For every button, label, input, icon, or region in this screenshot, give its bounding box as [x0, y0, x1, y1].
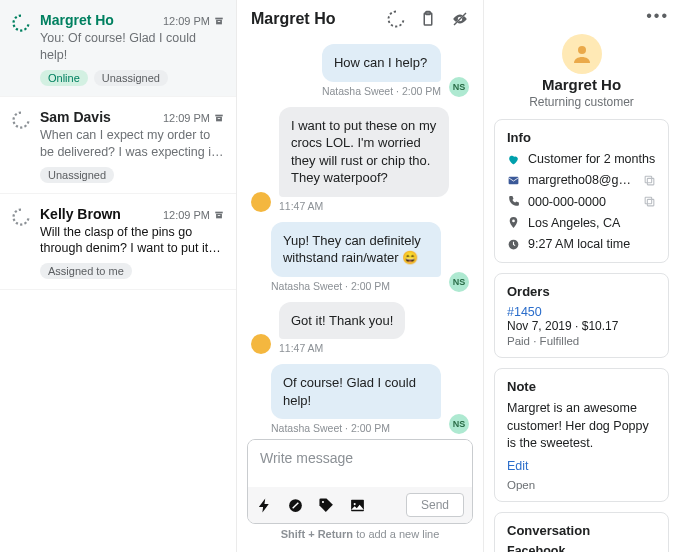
info-title: Info — [507, 130, 656, 145]
avatar — [562, 34, 602, 74]
tag: Unassigned — [40, 167, 114, 183]
message: NS How can I help? Natasha Sweet · 2:00 … — [251, 44, 469, 97]
agent-avatar: NS — [449, 414, 469, 434]
chat-panel: Margret Ho NS How can I help? Natasha Sw… — [237, 0, 484, 552]
discount-icon[interactable] — [287, 497, 304, 514]
svg-rect-2 — [218, 21, 221, 22]
customer-subtitle: Returning customer — [529, 95, 634, 109]
orders-title: Orders — [507, 284, 656, 299]
svg-point-17 — [578, 46, 586, 54]
order-link[interactable]: #1450 — [507, 305, 656, 319]
conversation-tags: Assigned to me — [40, 263, 224, 279]
note-edit-link[interactable]: Edit — [507, 459, 656, 473]
order-date-total: Nov 7, 2019 · $10.17 — [507, 319, 656, 333]
conversation-preview: You: Of course! Glad I could help! — [40, 30, 224, 64]
conversation-source: Facebook — [507, 544, 656, 552]
svg-point-23 — [512, 220, 515, 223]
order-status: Paid · Fulfilled — [507, 335, 656, 347]
message-meta: Natasha Sweet · 2:00 PM — [271, 280, 441, 292]
conversation-time: 12:09 PM — [163, 15, 224, 27]
note-card: Note Margret is an awesome customer! Her… — [494, 368, 669, 502]
more-icon[interactable]: ••• — [646, 8, 669, 24]
conversation-title: Conversation — [507, 523, 656, 538]
conversation-card: Conversation Facebook Created October 19… — [494, 512, 669, 552]
orders-card: Orders #1450 Nov 7, 2019 · $10.17 Paid ·… — [494, 273, 669, 358]
svg-rect-4 — [216, 117, 222, 122]
message: I want to put these on my crocs LOL. I'm… — [251, 107, 469, 212]
conversation-tags: OnlineUnassigned — [40, 70, 224, 86]
tag: Unassigned — [94, 70, 168, 86]
note-title: Note — [507, 379, 656, 394]
svg-point-16 — [354, 503, 356, 505]
svg-rect-3 — [215, 114, 223, 116]
customer-sidebar: ••• Margret Ho Returning customer Info C… — [484, 0, 679, 552]
info-tenure: Customer for 2 months — [507, 151, 656, 167]
conversation-list-item[interactable]: Sam Davis 12:09 PM When can I expect my … — [0, 97, 236, 194]
svg-rect-22 — [645, 197, 652, 204]
send-button[interactable]: Send — [406, 493, 464, 517]
info-location: Los Angeles, CA — [507, 215, 656, 231]
spinner-icon[interactable] — [387, 10, 405, 28]
svg-rect-20 — [645, 176, 652, 183]
composer-hint: Shift + Return to add a new line — [247, 524, 473, 548]
clipboard-icon[interactable] — [419, 10, 437, 28]
message-bubble: Yup! They can definitely withstand rain/… — [271, 222, 441, 277]
conversation-time: 12:09 PM — [163, 112, 224, 124]
conversation-list-item[interactable]: Margret Ho 12:09 PM You: Of course! Glad… — [0, 0, 236, 97]
chat-header: Margret Ho — [237, 0, 483, 38]
spinner-icon — [12, 206, 30, 280]
composer-toolbar: Send — [248, 487, 472, 523]
info-card: Info Customer for 2 months margretho08@g… — [494, 119, 669, 263]
message-meta: 11:47 AM — [279, 342, 405, 354]
composer: Send — [247, 439, 473, 524]
message: NS Yup! They can definitely withstand ra… — [251, 222, 469, 292]
info-email: margretho08@gma… — [507, 172, 656, 188]
customer-avatar — [251, 334, 271, 354]
conversation-name: Margret Ho — [40, 12, 114, 28]
svg-point-14 — [322, 500, 324, 502]
customer-profile: Margret Ho Returning customer — [494, 34, 669, 109]
conversation-name: Sam Davis — [40, 109, 111, 125]
chat-title: Margret Ho — [251, 10, 335, 28]
message-meta: Natasha Sweet · 2:00 PM — [271, 422, 441, 434]
message-bubble: Got it! Thank you! — [279, 302, 405, 340]
svg-rect-21 — [647, 199, 654, 206]
svg-rect-18 — [509, 177, 519, 185]
chat-header-actions — [387, 10, 469, 28]
message-bubble: I want to put these on my crocs LOL. I'm… — [279, 107, 449, 197]
svg-rect-7 — [216, 213, 222, 218]
composer-area: Send Shift + Return to add a new line — [237, 439, 483, 552]
message: NS Of course! Glad I could help! Natasha… — [251, 364, 469, 434]
svg-rect-1 — [216, 20, 222, 25]
conversation-preview: When can I expect my order to be deliver… — [40, 127, 224, 161]
message-input[interactable] — [248, 440, 472, 484]
spinner-icon — [12, 109, 30, 183]
message-bubble: Of course! Glad I could help! — [271, 364, 441, 419]
conversation-list: Margret Ho 12:09 PM You: Of course! Glad… — [0, 0, 237, 552]
note-text: Margret is an awesome customer! Her dog … — [507, 400, 656, 453]
svg-rect-5 — [218, 118, 221, 119]
bolt-icon[interactable] — [256, 497, 273, 514]
composer-icons — [256, 497, 366, 514]
visibility-off-icon[interactable] — [451, 10, 469, 28]
copy-phone-icon[interactable] — [643, 195, 656, 208]
note-open: Open — [507, 479, 656, 491]
info-localtime: 9:27 AM local time — [507, 236, 656, 252]
copy-email-icon[interactable] — [643, 174, 656, 187]
svg-rect-19 — [647, 178, 654, 185]
message-bubble: How can I help? — [322, 44, 441, 82]
message: Got it! Thank you! 11:47 AM — [251, 302, 469, 355]
tag: Online — [40, 70, 88, 86]
customer-name: Margret Ho — [542, 76, 621, 93]
conversation-preview: Will the clasp of the pins go through de… — [40, 224, 224, 258]
tag-icon[interactable] — [318, 497, 335, 514]
conversation-time: 12:09 PM — [163, 209, 224, 221]
spinner-icon — [12, 12, 30, 86]
conversation-tags: Unassigned — [40, 167, 224, 183]
svg-rect-0 — [215, 18, 223, 20]
tag: Assigned to me — [40, 263, 132, 279]
svg-rect-8 — [218, 215, 221, 216]
conversation-list-item[interactable]: Kelly Brown 12:09 PM Will the clasp of t… — [0, 194, 236, 291]
conversation-name: Kelly Brown — [40, 206, 121, 222]
image-icon[interactable] — [349, 497, 366, 514]
